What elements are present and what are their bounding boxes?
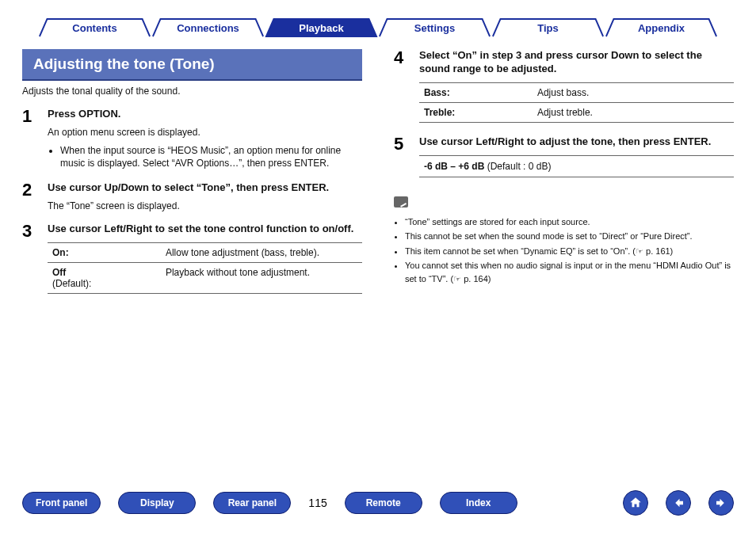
step-number: 2 bbox=[22, 181, 38, 213]
opt-key-sub: (Default): bbox=[52, 278, 91, 289]
top-nav-tabs: Contents Connections Playback Settings T… bbox=[38, 17, 718, 38]
tab-appendix[interactable]: Appendix bbox=[605, 17, 718, 38]
step-desc: An option menu screen is displayed. bbox=[48, 126, 362, 139]
opt-key: Treble: bbox=[424, 107, 455, 118]
section-subtitle: Adjusts the tonal quality of the sound. bbox=[22, 86, 362, 97]
range-default: (Default : 0 dB) bbox=[484, 161, 551, 172]
opt-val: Allow tone adjustment (bass, treble). bbox=[161, 242, 362, 262]
tab-label: Settings bbox=[378, 17, 491, 38]
arrow-right-icon bbox=[714, 496, 728, 510]
basstreble-table: Bass: Adjust bass. Treble: Adjust treble… bbox=[419, 82, 734, 123]
tab-playback[interactable]: Playback bbox=[265, 17, 378, 38]
nav-remote[interactable]: Remote bbox=[345, 492, 422, 514]
manual-page: Contents Connections Playback Settings T… bbox=[0, 0, 756, 533]
note-item: You cannot set this when no audio signal… bbox=[405, 259, 734, 285]
notes-list: “Tone” settings are stored for each inpu… bbox=[394, 215, 734, 286]
note-item: “Tone” settings are stored for each inpu… bbox=[405, 215, 734, 229]
opt-val: Playback without tone adjustment. bbox=[161, 262, 362, 293]
tab-label: Playback bbox=[265, 17, 378, 38]
bottom-bar: Front panel Display Rear panel 115 Remot… bbox=[22, 490, 734, 516]
step-title: Select “On” in step 3 and press cursor D… bbox=[419, 49, 734, 76]
tab-label: Contents bbox=[38, 17, 151, 38]
table-row: On: Allow tone adjustment (bass, treble)… bbox=[48, 242, 362, 262]
opt-val: Adjust treble. bbox=[533, 102, 734, 122]
step-3: 3 Use cursor Left/Right to set the tone … bbox=[22, 223, 362, 297]
opt-val: Adjust bass. bbox=[533, 82, 734, 102]
step-number: 1 bbox=[22, 108, 38, 172]
step-title: Use cursor Left/Right to set the tone co… bbox=[48, 223, 362, 236]
tab-label: Tips bbox=[491, 17, 605, 38]
page-number: 115 bbox=[308, 497, 326, 509]
table-row: Bass: Adjust bass. bbox=[419, 82, 734, 102]
step-bullets: When the input source is “HEOS Music”, a… bbox=[48, 144, 362, 171]
table-row: Treble: Adjust treble. bbox=[419, 102, 734, 122]
right-column: 4 Select “On” in step 3 and press cursor… bbox=[394, 49, 734, 306]
tab-settings[interactable]: Settings bbox=[378, 17, 491, 38]
home-button[interactable] bbox=[623, 490, 648, 516]
step-4: 4 Select “On” in step 3 and press cursor… bbox=[394, 49, 734, 126]
bullet-item: When the input source is “HEOS Music”, a… bbox=[60, 144, 362, 171]
table-row: Off (Default): Playback without tone adj… bbox=[48, 262, 362, 293]
nav-index[interactable]: Index bbox=[440, 492, 517, 514]
nav-display[interactable]: Display bbox=[118, 492, 196, 514]
arrow-left-icon bbox=[671, 496, 685, 510]
step-number: 5 bbox=[394, 135, 410, 177]
home-icon bbox=[628, 496, 643, 510]
note-icon bbox=[394, 196, 408, 207]
range-box: -6 dB – +6 dB (Default : 0 dB) bbox=[419, 155, 734, 177]
prev-page-button[interactable] bbox=[666, 490, 691, 516]
tab-label: Appendix bbox=[605, 17, 718, 38]
step-number: 4 bbox=[394, 49, 410, 126]
tab-contents[interactable]: Contents bbox=[38, 17, 151, 38]
section-heading: Adjusting the tone (Tone) bbox=[22, 49, 362, 81]
tab-connections[interactable]: Connections bbox=[151, 17, 265, 38]
content-columns: Adjusting the tone (Tone) Adjusts the to… bbox=[22, 49, 734, 306]
step-5: 5 Use cursor Left/Right to adjust the to… bbox=[394, 135, 734, 177]
range-value: -6 dB – +6 dB bbox=[424, 161, 484, 172]
step-title: Use cursor Up/Down to select “Tone”, the… bbox=[48, 181, 362, 195]
left-column: Adjusting the tone (Tone) Adjusts the to… bbox=[22, 49, 362, 306]
tab-tips[interactable]: Tips bbox=[491, 17, 605, 38]
step-title: Use cursor Left/Right to adjust the tone… bbox=[419, 135, 734, 149]
note-item: This item cannot be set when “Dynamic EQ… bbox=[405, 245, 734, 258]
step-title: Press OPTION. bbox=[48, 108, 362, 121]
opt-key: Bass: bbox=[424, 87, 450, 98]
step-number: 3 bbox=[22, 223, 38, 297]
next-page-button[interactable] bbox=[708, 490, 734, 516]
step-desc: The “Tone” screen is displayed. bbox=[48, 200, 362, 213]
step-1: 1 Press OPTION. An option menu screen is… bbox=[22, 108, 362, 172]
opt-key: On: bbox=[52, 247, 69, 258]
step-2: 2 Use cursor Up/Down to select “Tone”, t… bbox=[22, 181, 362, 213]
nav-front-panel[interactable]: Front panel bbox=[22, 492, 101, 514]
note-item: This cannot be set when the sound mode i… bbox=[405, 230, 734, 243]
opt-key: Off bbox=[52, 267, 66, 278]
nav-rear-panel[interactable]: Rear panel bbox=[213, 492, 291, 514]
onoff-table: On: Allow tone adjustment (bass, treble)… bbox=[48, 242, 362, 294]
tab-label: Connections bbox=[151, 17, 265, 38]
